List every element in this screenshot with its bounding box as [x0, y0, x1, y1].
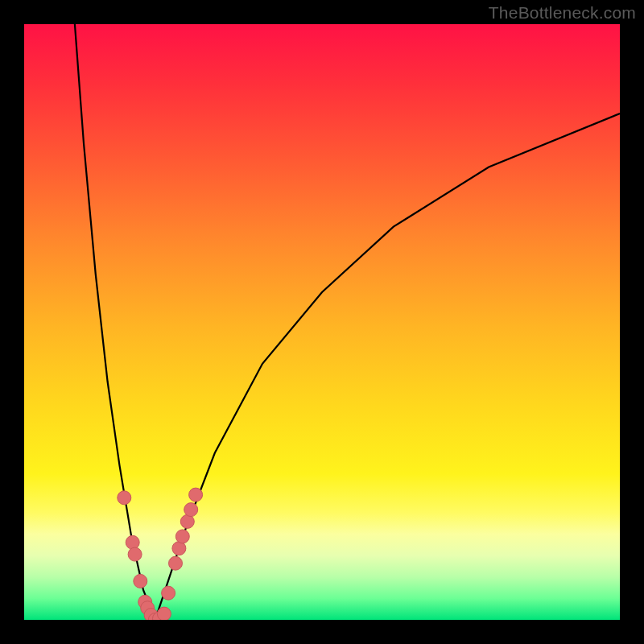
watermark-text: TheBottleneck.com	[489, 3, 636, 23]
bottleneck-curve	[75, 24, 620, 620]
plot-area	[24, 24, 620, 620]
sample-point	[157, 607, 171, 620]
sample-point	[169, 556, 183, 570]
sample-point	[189, 488, 203, 502]
sample-markers	[118, 488, 203, 620]
sample-point	[175, 530, 189, 543]
curve-line	[75, 24, 620, 620]
chart-svg	[24, 24, 620, 620]
sample-point	[126, 535, 139, 549]
chart-frame: TheBottleneck.com	[0, 0, 644, 644]
sample-point	[128, 547, 142, 561]
sample-point	[118, 491, 131, 505]
sample-point	[134, 574, 147, 588]
sample-point	[162, 586, 175, 600]
sample-point	[184, 503, 198, 517]
